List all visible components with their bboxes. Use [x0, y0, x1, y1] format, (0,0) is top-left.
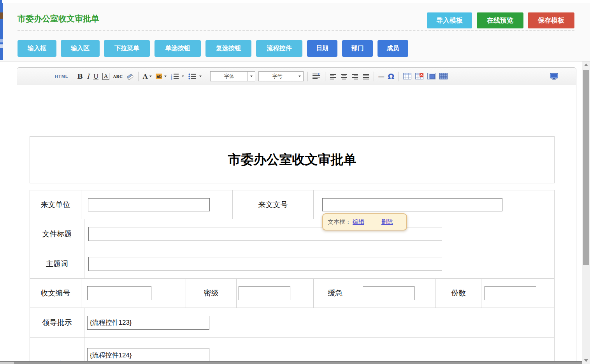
unordered-list-button[interactable] [186, 70, 204, 82]
font-size-value: 字号 [259, 72, 296, 81]
font-family-select[interactable]: 字体 [210, 71, 255, 81]
field-label-secrecy: 密级 [186, 279, 237, 308]
form-row-office-opinion: 办公室意 [30, 338, 554, 364]
italic-button[interactable]: I [85, 70, 91, 82]
textbox-property-popover: 文本框： 编辑 删除 [322, 213, 407, 230]
font-size-select[interactable]: 字号 [258, 71, 304, 81]
delete-link[interactable]: 删除 [381, 218, 393, 226]
widget-button-date[interactable]: 日期 [307, 40, 337, 57]
receipt-number-input[interactable] [87, 286, 151, 300]
align-right-button[interactable] [349, 70, 360, 82]
import-template-button[interactable]: 导入模板 [427, 12, 472, 28]
horizontal-rule-button[interactable]: — [376, 70, 386, 82]
urgency-input[interactable] [363, 286, 414, 300]
widget-button-input-box[interactable]: 输入框 [18, 40, 56, 57]
indent-button[interactable] [310, 70, 323, 82]
source-unit-input[interactable] [88, 198, 210, 211]
remove-format-button[interactable] [125, 70, 136, 82]
widget-button-member[interactable]: 成员 [378, 40, 408, 57]
left-strip-fragment [0, 44, 3, 48]
insert-table-button[interactable] [401, 70, 413, 82]
widget-button-checkbox[interactable]: 复选按钮 [205, 40, 251, 57]
form-row-leader-note: 领导批示 [30, 308, 554, 338]
widget-button-flow-control[interactable]: 流程控件 [256, 40, 302, 57]
font-style-icon: A [102, 73, 109, 80]
left-strip-fragment [0, 12, 3, 19]
editor-content[interactable]: 市委办公室收文审批单 来文单位 来文文号 文件标题 [17, 85, 576, 364]
chevron-down-icon [164, 76, 167, 77]
italic-icon: I [87, 72, 90, 80]
source-code-button[interactable]: HTML [53, 70, 70, 82]
font-style-button[interactable]: A [100, 70, 111, 82]
horizontal-rule-icon: — [378, 73, 384, 80]
source-number-input[interactable] [322, 198, 502, 211]
form-row-source: 来文单位 来文文号 [30, 190, 554, 219]
form-row-numbers: 收文编号 密级 缓急 份数 [30, 279, 554, 308]
chevron-down-icon [299, 76, 301, 77]
align-left-icon [330, 74, 337, 79]
copies-input[interactable] [485, 286, 536, 300]
field-label-office-opinion: 办公室意 [30, 338, 84, 364]
scroll-up-button[interactable] [582, 62, 590, 68]
strikethrough-button[interactable]: ABC [111, 70, 125, 82]
scrollbar-thumb[interactable] [583, 70, 589, 265]
form-title: 市委办公室收文审批单 [228, 151, 356, 169]
bottom-window-edge [0, 361, 582, 364]
widget-button-input-area[interactable]: 输入区 [61, 40, 100, 57]
toolbar-separator [138, 72, 139, 81]
underline-icon: U [93, 73, 98, 80]
text-color-button[interactable]: A [141, 70, 154, 82]
underline-button[interactable]: U [91, 70, 100, 82]
field-label-urgency: 缓急 [314, 279, 357, 308]
fullscreen-button[interactable] [548, 70, 560, 82]
toolbar-separator [399, 72, 399, 81]
ordered-list-button[interactable]: 1 2 3 [169, 70, 186, 82]
popover-label: 文本框： [328, 218, 351, 226]
widget-button-dropdown[interactable]: 下拉菜单 [104, 40, 150, 57]
widget-button-radio[interactable]: 单选按钮 [155, 40, 201, 57]
special-character-button[interactable]: Ω [386, 70, 396, 82]
leader-note-input[interactable] [87, 316, 209, 330]
field-cell [237, 279, 314, 308]
html-source-icon: HTML [55, 74, 68, 79]
field-cell [84, 249, 554, 278]
edit-link[interactable]: 编辑 [353, 218, 364, 226]
align-left-button[interactable] [328, 70, 339, 82]
align-justify-button[interactable] [360, 70, 371, 82]
field-label-doc-title: 文件标题 [30, 219, 84, 249]
vertical-scrollbar[interactable] [582, 62, 590, 364]
highlight-color-button[interactable]: ab [154, 70, 169, 82]
form-table: 来文单位 来文文号 文件标题 [30, 190, 555, 364]
page-title: 市委办公室收文审批单 [18, 13, 99, 24]
strikethrough-icon: ABC [113, 74, 123, 79]
arrow-down-icon [584, 359, 588, 362]
bold-button[interactable]: B [76, 70, 85, 82]
align-justify-icon [362, 74, 369, 79]
omega-icon: Ω [388, 72, 394, 81]
field-cell [357, 279, 436, 308]
align-center-button[interactable] [339, 70, 349, 82]
merge-cells-button[interactable] [425, 70, 437, 82]
subject-input[interactable] [88, 257, 442, 271]
form-row-subject: 主题词 [30, 249, 554, 279]
select-arrow[interactable] [296, 72, 303, 81]
field-label-source-number: 来文文号 [233, 190, 314, 219]
widget-button-department[interactable]: 部门 [342, 40, 373, 57]
select-arrow[interactable] [248, 72, 255, 81]
corner-fragment [0, 0, 2, 3]
delete-table-button[interactable] [413, 70, 425, 82]
toolbar-separator [374, 72, 374, 81]
fullscreen-monitor-icon [550, 73, 558, 80]
secrecy-input[interactable] [239, 286, 290, 300]
field-cell [481, 279, 554, 308]
field-cell [84, 219, 554, 249]
field-label-receipt-number: 收文编号 [30, 279, 81, 308]
chevron-down-icon [250, 76, 253, 77]
online-preview-button[interactable]: 在线预览 [477, 12, 523, 28]
form-title-box: 市委办公室收文审批单 [30, 136, 555, 183]
save-template-button[interactable]: 保存模板 [528, 12, 574, 28]
office-opinion-input[interactable] [87, 348, 209, 362]
field-label-leader-note: 领导批示 [30, 308, 84, 337]
scroll-down-button[interactable] [582, 357, 590, 364]
table-properties-button[interactable] [437, 70, 450, 82]
